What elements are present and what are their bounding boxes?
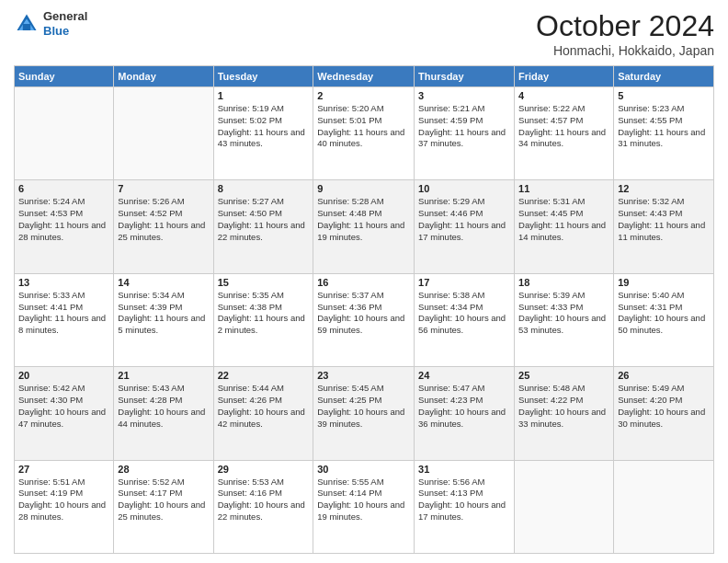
day-info: Sunrise: 5:47 AM Sunset: 4:23 PM Dayligh…: [418, 383, 510, 430]
day-info: Sunrise: 5:48 AM Sunset: 4:22 PM Dayligh…: [518, 383, 609, 430]
day-info: Sunrise: 5:44 AM Sunset: 4:26 PM Dayligh…: [218, 383, 310, 430]
day-info: Sunrise: 5:39 AM Sunset: 4:33 PM Dayligh…: [518, 290, 609, 337]
calendar-cell: 19Sunrise: 5:40 AM Sunset: 4:31 PM Dayli…: [614, 273, 714, 366]
day-info: Sunrise: 5:22 AM Sunset: 4:57 PM Dayligh…: [518, 103, 609, 150]
day-number: 29: [218, 464, 310, 475]
day-info: Sunrise: 5:28 AM Sunset: 4:48 PM Dayligh…: [317, 196, 410, 243]
svg-rect-2: [23, 24, 30, 30]
day-number: 1: [218, 90, 310, 101]
calendar-cell: 8Sunrise: 5:27 AM Sunset: 4:50 PM Daylig…: [213, 180, 313, 273]
calendar-week-row: 6Sunrise: 5:24 AM Sunset: 4:53 PM Daylig…: [15, 180, 714, 273]
day-info: Sunrise: 5:52 AM Sunset: 4:17 PM Dayligh…: [118, 477, 209, 523]
calendar-cell: 1Sunrise: 5:19 AM Sunset: 5:02 PM Daylig…: [213, 87, 313, 180]
calendar-cell: 6Sunrise: 5:24 AM Sunset: 4:53 PM Daylig…: [15, 180, 114, 273]
calendar-week-row: 27Sunrise: 5:51 AM Sunset: 4:19 PM Dayli…: [15, 460, 714, 553]
calendar-cell: 24Sunrise: 5:47 AM Sunset: 4:23 PM Dayli…: [415, 367, 515, 460]
day-number: 7: [118, 183, 209, 194]
day-info: Sunrise: 5:24 AM Sunset: 4:53 PM Dayligh…: [18, 196, 109, 243]
day-info: Sunrise: 5:45 AM Sunset: 4:25 PM Dayligh…: [317, 383, 410, 430]
calendar-week-row: 20Sunrise: 5:42 AM Sunset: 4:30 PM Dayli…: [15, 367, 714, 460]
day-number: 19: [618, 277, 710, 288]
day-number: 11: [518, 183, 609, 194]
day-number: 28: [118, 464, 209, 475]
calendar-cell: 23Sunrise: 5:45 AM Sunset: 4:25 PM Dayli…: [313, 367, 415, 460]
calendar-cell: [114, 87, 213, 180]
calendar-cell: 29Sunrise: 5:53 AM Sunset: 4:16 PM Dayli…: [213, 460, 313, 553]
day-info: Sunrise: 5:53 AM Sunset: 4:16 PM Dayligh…: [218, 477, 310, 523]
calendar-cell: 25Sunrise: 5:48 AM Sunset: 4:22 PM Dayli…: [515, 367, 614, 460]
day-info: Sunrise: 5:56 AM Sunset: 4:13 PM Dayligh…: [418, 477, 510, 523]
day-number: 2: [317, 90, 410, 101]
day-info: Sunrise: 5:19 AM Sunset: 5:02 PM Dayligh…: [218, 103, 310, 150]
calendar-cell: 7Sunrise: 5:26 AM Sunset: 4:52 PM Daylig…: [114, 180, 213, 273]
weekday-header-friday: Friday: [515, 66, 614, 87]
weekday-header-monday: Monday: [114, 66, 213, 87]
day-number: 23: [317, 370, 410, 381]
calendar-cell: 14Sunrise: 5:34 AM Sunset: 4:39 PM Dayli…: [114, 273, 213, 366]
day-number: 15: [218, 277, 310, 288]
day-number: 13: [18, 277, 109, 288]
calendar-cell: 18Sunrise: 5:39 AM Sunset: 4:33 PM Dayli…: [515, 273, 614, 366]
day-info: Sunrise: 5:32 AM Sunset: 4:43 PM Dayligh…: [618, 196, 710, 243]
day-number: 10: [418, 183, 510, 194]
logo: General Blue: [14, 9, 87, 38]
calendar-cell: 16Sunrise: 5:37 AM Sunset: 4:36 PM Dayli…: [313, 273, 415, 366]
title-block: October 2024 Honmachi, Hokkaido, Japan: [536, 9, 714, 58]
day-info: Sunrise: 5:34 AM Sunset: 4:39 PM Dayligh…: [118, 290, 209, 337]
day-info: Sunrise: 5:31 AM Sunset: 4:45 PM Dayligh…: [518, 196, 609, 243]
calendar-cell: 31Sunrise: 5:56 AM Sunset: 4:13 PM Dayli…: [415, 460, 515, 553]
weekday-header-saturday: Saturday: [614, 66, 714, 87]
calendar-cell: 12Sunrise: 5:32 AM Sunset: 4:43 PM Dayli…: [614, 180, 714, 273]
day-info: Sunrise: 5:29 AM Sunset: 4:46 PM Dayligh…: [418, 196, 510, 243]
weekday-header-tuesday: Tuesday: [213, 66, 313, 87]
logo-text: General Blue: [43, 9, 87, 38]
day-number: 21: [118, 370, 209, 381]
calendar-cell: 4Sunrise: 5:22 AM Sunset: 4:57 PM Daylig…: [515, 87, 614, 180]
month-title: October 2024: [536, 9, 714, 43]
day-number: 27: [18, 464, 109, 475]
day-number: 18: [518, 277, 609, 288]
day-number: 6: [18, 183, 109, 194]
day-info: Sunrise: 5:43 AM Sunset: 4:28 PM Dayligh…: [118, 383, 209, 430]
day-info: Sunrise: 5:51 AM Sunset: 4:19 PM Dayligh…: [18, 477, 109, 523]
calendar-cell: 5Sunrise: 5:23 AM Sunset: 4:55 PM Daylig…: [614, 87, 714, 180]
day-number: 31: [418, 464, 510, 475]
day-info: Sunrise: 5:35 AM Sunset: 4:38 PM Dayligh…: [218, 290, 310, 337]
calendar-cell: 9Sunrise: 5:28 AM Sunset: 4:48 PM Daylig…: [313, 180, 415, 273]
day-number: 30: [317, 464, 410, 475]
day-number: 14: [118, 277, 209, 288]
day-info: Sunrise: 5:37 AM Sunset: 4:36 PM Dayligh…: [317, 290, 410, 337]
calendar-cell: 11Sunrise: 5:31 AM Sunset: 4:45 PM Dayli…: [515, 180, 614, 273]
day-info: Sunrise: 5:26 AM Sunset: 4:52 PM Dayligh…: [118, 196, 209, 243]
calendar-week-row: 1Sunrise: 5:19 AM Sunset: 5:02 PM Daylig…: [15, 87, 714, 180]
day-info: Sunrise: 5:38 AM Sunset: 4:34 PM Dayligh…: [418, 290, 510, 337]
weekday-header-sunday: Sunday: [15, 66, 114, 87]
calendar-cell: [15, 87, 114, 180]
calendar-cell: [614, 460, 714, 553]
logo-icon: [14, 11, 40, 37]
day-number: 24: [418, 370, 510, 381]
calendar-cell: 20Sunrise: 5:42 AM Sunset: 4:30 PM Dayli…: [15, 367, 114, 460]
day-info: Sunrise: 5:23 AM Sunset: 4:55 PM Dayligh…: [618, 103, 710, 150]
day-number: 17: [418, 277, 510, 288]
calendar-cell: 30Sunrise: 5:55 AM Sunset: 4:14 PM Dayli…: [313, 460, 415, 553]
weekday-header-wednesday: Wednesday: [313, 66, 415, 87]
day-info: Sunrise: 5:21 AM Sunset: 4:59 PM Dayligh…: [418, 103, 510, 150]
calendar-cell: 3Sunrise: 5:21 AM Sunset: 4:59 PM Daylig…: [415, 87, 515, 180]
calendar-week-row: 13Sunrise: 5:33 AM Sunset: 4:41 PM Dayli…: [15, 273, 714, 366]
day-number: 5: [618, 90, 710, 101]
calendar-cell: 15Sunrise: 5:35 AM Sunset: 4:38 PM Dayli…: [213, 273, 313, 366]
day-number: 25: [518, 370, 609, 381]
calendar-cell: 17Sunrise: 5:38 AM Sunset: 4:34 PM Dayli…: [415, 273, 515, 366]
calendar-cell: 26Sunrise: 5:49 AM Sunset: 4:20 PM Dayli…: [614, 367, 714, 460]
day-number: 26: [618, 370, 710, 381]
day-number: 12: [618, 183, 710, 194]
day-info: Sunrise: 5:55 AM Sunset: 4:14 PM Dayligh…: [317, 477, 410, 523]
day-info: Sunrise: 5:40 AM Sunset: 4:31 PM Dayligh…: [618, 290, 710, 337]
day-number: 22: [218, 370, 310, 381]
weekday-header-thursday: Thursday: [415, 66, 515, 87]
calendar-cell: 2Sunrise: 5:20 AM Sunset: 5:01 PM Daylig…: [313, 87, 415, 180]
day-number: 8: [218, 183, 310, 194]
page-header: General Blue October 2024 Honmachi, Hokk…: [14, 9, 714, 58]
day-info: Sunrise: 5:49 AM Sunset: 4:20 PM Dayligh…: [618, 383, 710, 430]
